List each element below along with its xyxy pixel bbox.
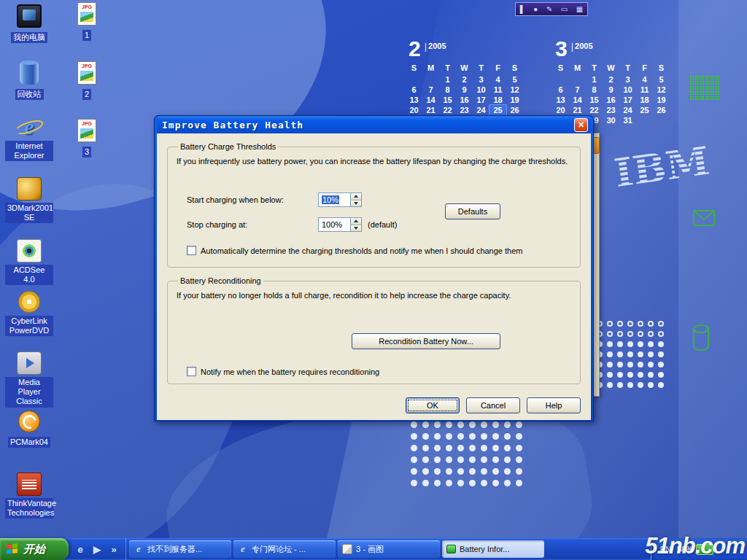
grid-cell bbox=[705, 76, 709, 79]
dot bbox=[504, 421, 511, 428]
task-button[interactable]: Battery Infor... bbox=[442, 540, 544, 558]
more-icons-chevron[interactable]: » bbox=[108, 542, 120, 556]
start-button[interactable]: 开始 bbox=[0, 538, 69, 560]
spin-up-button[interactable] bbox=[351, 193, 361, 200]
desktop-icon-powerdvd[interactable]: CyberLink PowerDVD bbox=[5, 290, 53, 336]
display-icon[interactable]: ▭ bbox=[561, 6, 568, 13]
ie-icon[interactable]: e bbox=[74, 542, 86, 556]
dialog-body: Battery Charge Thresholds If you infrequ… bbox=[157, 133, 591, 420]
calendar-day bbox=[406, 74, 422, 85]
stop-charging-spinner[interactable]: 100% bbox=[318, 217, 362, 232]
ok-button[interactable]: OK bbox=[406, 397, 460, 413]
spin-down-button[interactable] bbox=[351, 200, 361, 207]
calendar-day: 19 bbox=[506, 95, 523, 105]
grid-cell bbox=[690, 91, 694, 95]
dot bbox=[411, 456, 417, 463]
calendar-day: 26 bbox=[653, 105, 670, 115]
spin-down-button[interactable] bbox=[351, 225, 361, 232]
start-button-label: 开始 bbox=[23, 542, 45, 556]
battery-icon bbox=[446, 545, 456, 553]
task-button-label: Battery Infor... bbox=[460, 545, 509, 553]
dot bbox=[627, 321, 633, 327]
grid-cell bbox=[700, 76, 704, 79]
desktop-icon-acdsee[interactable]: ACDSee 4.0 bbox=[5, 239, 53, 285]
paint-icon bbox=[342, 544, 352, 554]
dot bbox=[638, 341, 643, 347]
presentation-toolbar[interactable]: ▌●✎▭▦ bbox=[515, 2, 588, 16]
calendar-month-3: 3|2005SMTWTFS123456789101112131415161718… bbox=[552, 38, 670, 125]
dot bbox=[446, 445, 452, 451]
notify-reconditioning-checkbox[interactable]: Notify me when the battery requires reco… bbox=[187, 367, 379, 376]
dot bbox=[617, 372, 623, 378]
power-icon[interactable]: ▌ bbox=[520, 6, 525, 13]
recondition-battery-button[interactable]: Recondition Battery Now... bbox=[352, 333, 500, 349]
desktop-file-3[interactable]: JPG3 bbox=[69, 119, 105, 158]
task-button[interactable]: 3 - 画图 bbox=[338, 540, 440, 558]
desktop-icon-ie[interactable]: eInternet Explorer bbox=[5, 115, 53, 161]
defaults-button[interactable]: Defaults bbox=[445, 203, 500, 219]
ibm-logo: IBM bbox=[608, 135, 716, 200]
dot bbox=[607, 351, 613, 357]
task-button[interactable]: e专门网论坛 - ... bbox=[233, 540, 336, 558]
dot bbox=[648, 341, 654, 347]
desktop-icon-label: ThinkVantage Technologies bbox=[5, 498, 53, 518]
grid-cell bbox=[711, 86, 714, 90]
calendar-day: 18 bbox=[636, 95, 653, 105]
dot bbox=[617, 341, 623, 347]
media-player-icon[interactable]: ▶ bbox=[91, 542, 103, 556]
desktop-icon-computer[interactable]: 我的电脑 bbox=[5, 4, 53, 43]
calendar-day: 1 bbox=[439, 74, 456, 85]
dot bbox=[658, 351, 664, 357]
quick-launch-bar: e▶» bbox=[69, 538, 126, 560]
dot bbox=[627, 351, 633, 357]
desktop-icon-pcmark[interactable]: PCMark04 bbox=[5, 411, 53, 448]
calendar-day-headers: SMTWTFS bbox=[406, 63, 523, 73]
calendar-day: 15 bbox=[586, 95, 603, 105]
help-button[interactable]: Help bbox=[527, 397, 581, 413]
desktop-icon-mpc[interactable]: Media Player Classic bbox=[5, 351, 53, 408]
grid-cell bbox=[705, 96, 709, 100]
close-icon: ✕ bbox=[578, 120, 584, 130]
dialog-titlebar[interactable]: Improve Battery Health ✕ bbox=[157, 116, 591, 133]
dot bbox=[617, 362, 623, 368]
dot bbox=[617, 382, 623, 388]
bluetooth-icon[interactable]: ● bbox=[533, 6, 538, 13]
dot bbox=[516, 468, 522, 475]
spin-up-button[interactable] bbox=[351, 218, 361, 225]
desktop-icon-3dmark[interactable]: 3DMark2001 SE bbox=[5, 177, 53, 223]
calendar-day: 24 bbox=[473, 105, 489, 115]
desktop-file-1[interactable]: JPG1 bbox=[69, 2, 105, 41]
cancel-button[interactable]: Cancel bbox=[466, 397, 520, 413]
calendar-day: 21 bbox=[569, 105, 586, 115]
calendar-day: 17 bbox=[473, 95, 489, 105]
grid-cell bbox=[716, 81, 719, 85]
grid-cell bbox=[705, 86, 709, 90]
watermark: 51nb.com bbox=[645, 533, 745, 559]
keyboard-icon[interactable]: ▦ bbox=[576, 6, 583, 13]
desktop-icon-label: 回收站 bbox=[15, 89, 44, 100]
calendar-day-header: M bbox=[422, 63, 439, 73]
dot bbox=[411, 433, 417, 440]
auto-determine-checkbox[interactable]: Automatically determine the charging thr… bbox=[187, 246, 522, 255]
start-charging-spinner[interactable]: 10% bbox=[318, 192, 362, 207]
close-button[interactable]: ✕ bbox=[574, 118, 588, 132]
desktop-file-2[interactable]: JPG2 bbox=[69, 61, 105, 100]
calendar-day-header: S bbox=[506, 63, 523, 73]
calendar-day: 22 bbox=[586, 105, 603, 115]
calendar-week: 20212223242526 bbox=[552, 105, 670, 115]
grid-cell bbox=[695, 91, 699, 95]
calendar-month-header: 3|2005 bbox=[555, 38, 670, 63]
dot bbox=[446, 433, 452, 440]
calendar-day: 26 bbox=[506, 105, 523, 115]
task-button[interactable]: e找不到服务器... bbox=[129, 540, 231, 558]
calendar-day-header: F bbox=[489, 63, 506, 73]
pen-icon[interactable]: ✎ bbox=[546, 6, 552, 13]
calendar-day: 13 bbox=[552, 95, 569, 105]
calendar-day-header: F bbox=[636, 63, 653, 73]
dot bbox=[638, 331, 643, 337]
dots-grid-bottom bbox=[411, 421, 522, 486]
desktop-icon-thinkvantage[interactable]: ThinkVantage Technologies bbox=[5, 472, 53, 518]
calendar-day-header: T bbox=[473, 63, 489, 73]
desktop-icon-recycle[interactable]: 回收站 bbox=[5, 63, 53, 100]
default-note: (default) bbox=[368, 217, 397, 232]
